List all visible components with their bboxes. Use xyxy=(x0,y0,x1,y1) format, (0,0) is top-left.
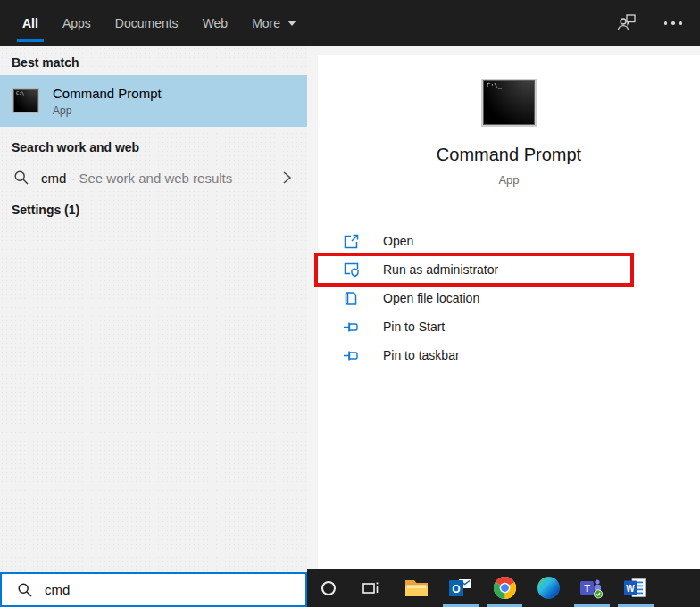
web-search-result[interactable]: cmd - See work and web results xyxy=(0,160,307,195)
search-results-panel: Best match C:\_ Command Prompt App Searc… xyxy=(0,46,307,572)
search-icon xyxy=(17,582,33,598)
chevron-right-icon xyxy=(281,170,292,186)
web-search-query: cmd xyxy=(41,170,66,186)
settings-header: Settings (1) xyxy=(12,203,79,217)
web-search-suffix: - See work and web results xyxy=(71,170,232,186)
chevron-down-icon xyxy=(288,21,296,26)
action-open[interactable]: Open xyxy=(318,227,700,255)
preview-title: Command Prompt xyxy=(318,145,700,165)
divider xyxy=(330,212,688,212)
taskbar: O T xyxy=(307,569,700,607)
file-explorer-button[interactable] xyxy=(398,569,434,607)
admin-shield-icon xyxy=(343,262,360,279)
search-input-value: cmd xyxy=(45,582,70,597)
folder-location-icon xyxy=(343,290,360,307)
action-pin-to-start[interactable]: Pin to Start xyxy=(318,312,700,341)
open-window-icon xyxy=(343,233,360,250)
svg-text:O: O xyxy=(452,582,460,595)
chrome-icon xyxy=(494,577,516,599)
more-options-icon[interactable] xyxy=(664,21,683,25)
word-icon: W xyxy=(624,578,647,599)
tab-web[interactable]: Web xyxy=(192,0,239,46)
outlook-button[interactable]: O xyxy=(443,569,479,607)
file-explorer-icon xyxy=(404,578,429,598)
command-prompt-icon-large: C:\_ xyxy=(481,79,537,127)
tab-all[interactable]: All xyxy=(12,0,49,46)
topbar-actions xyxy=(616,0,683,46)
outlook-icon: O xyxy=(449,578,472,599)
context-actions: Open Run as administrator Open file loca… xyxy=(318,227,700,370)
command-prompt-icon: C:\_ xyxy=(12,88,39,113)
edge-button[interactable] xyxy=(530,569,566,607)
action-run-as-administrator[interactable]: Run as administrator xyxy=(318,255,700,284)
svg-text:W: W xyxy=(626,583,635,593)
teams-button[interactable]: T xyxy=(574,569,610,607)
filter-tabs: All Apps Documents Web More xyxy=(12,0,310,46)
cortana-icon xyxy=(321,581,336,595)
action-open-file-location[interactable]: Open file location xyxy=(318,284,700,312)
chrome-button[interactable] xyxy=(487,569,522,607)
search-icon xyxy=(13,170,29,186)
word-button[interactable]: W xyxy=(618,569,654,607)
svg-text:T: T xyxy=(584,582,590,593)
web-search-header: Search work and web xyxy=(12,140,139,154)
result-title: Command Prompt xyxy=(53,86,162,101)
pin-icon xyxy=(343,347,360,364)
result-subtitle: App xyxy=(53,104,162,117)
tab-more[interactable]: More xyxy=(241,0,307,46)
task-view-icon xyxy=(360,578,381,599)
search-filter-bar: All Apps Documents Web More xyxy=(0,0,700,46)
tab-apps[interactable]: Apps xyxy=(52,0,102,46)
edge-icon xyxy=(538,577,560,599)
taskbar-search-input[interactable]: cmd xyxy=(0,572,307,607)
teams-icon: T xyxy=(580,578,604,599)
task-view-button[interactable] xyxy=(353,569,388,607)
feedback-icon[interactable] xyxy=(616,13,638,33)
windows-search-flyout: All Apps Documents Web More Best match C… xyxy=(0,0,700,607)
best-match-result-command-prompt[interactable]: C:\_ Command Prompt App xyxy=(0,75,307,127)
action-pin-to-taskbar[interactable]: Pin to taskbar xyxy=(318,341,700,370)
pin-icon xyxy=(343,319,360,336)
preview-panel: C:\_ Command Prompt App Open Run as admi… xyxy=(318,55,700,569)
best-match-header: Best match xyxy=(12,55,79,70)
tab-documents[interactable]: Documents xyxy=(104,0,189,46)
cortana-button[interactable] xyxy=(311,569,346,607)
preview-subtitle: App xyxy=(318,173,700,187)
